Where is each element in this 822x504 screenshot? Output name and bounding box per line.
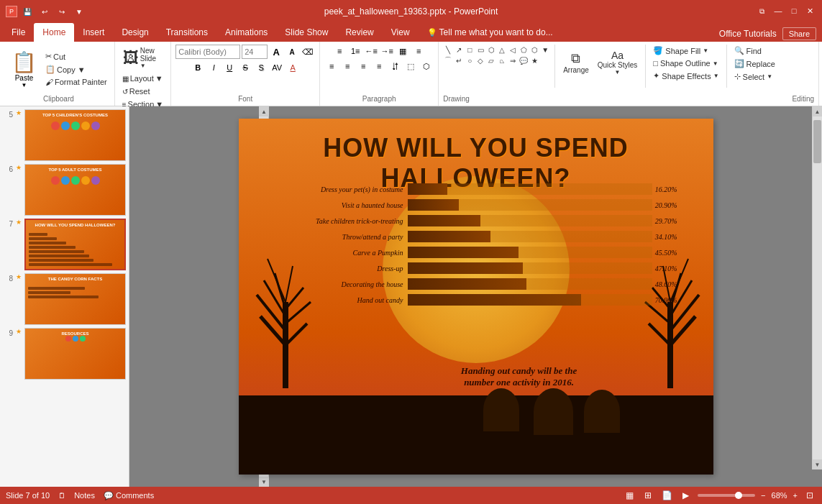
zoom-in-button[interactable]: + xyxy=(793,491,798,500)
italic-button[interactable]: I xyxy=(206,61,221,74)
replace-button[interactable]: 🔄 Replace xyxy=(731,58,778,70)
shape-fill-button[interactable]: 🪣 Shape Fill ▼ xyxy=(650,45,721,57)
slideshow-button[interactable]: ▶ xyxy=(679,489,692,502)
bold-button[interactable]: B xyxy=(191,61,205,74)
underline-button[interactable]: U xyxy=(222,61,237,74)
shape-line[interactable]: ╲ xyxy=(443,45,453,55)
tab-slideshow[interactable]: Slide Show xyxy=(276,23,337,42)
shape-oval[interactable]: ○ xyxy=(465,55,475,65)
slide-canvas[interactable]: HOW WILL YOU SPEND HALLOWEEN? Dress your… xyxy=(239,119,713,475)
shape-rect[interactable]: □ xyxy=(465,45,475,55)
justify-button[interactable]: ≡ xyxy=(372,60,386,73)
strikethrough-button[interactable]: S xyxy=(238,61,252,74)
shape-diamond[interactable]: ◇ xyxy=(475,55,485,65)
shape-pentagon[interactable]: ⬠ xyxy=(519,45,529,55)
decrease-font-button[interactable]: A xyxy=(285,45,299,58)
font-name-input[interactable] xyxy=(175,45,240,59)
scroll-down-arrow[interactable]: ▼ xyxy=(259,477,269,487)
slide-sorter-button[interactable]: ⊞ xyxy=(641,489,654,502)
customize-qat-button[interactable]: ▼ xyxy=(72,4,86,19)
font-color-button[interactable]: A xyxy=(286,61,300,74)
char-spacing-button[interactable]: AV xyxy=(270,61,284,74)
increase-font-button[interactable]: A xyxy=(269,45,283,58)
tab-home[interactable]: Home xyxy=(34,23,74,42)
reading-view-button[interactable]: 📄 xyxy=(660,489,673,502)
layout-button[interactable]: ▦ Layout ▼ xyxy=(119,73,166,84)
slide-thumb-7[interactable]: 7 ★ HOW WILL YOU SPEND HALLOWEEN? xyxy=(3,219,126,270)
clear-format-button[interactable]: ⌫ xyxy=(301,45,315,58)
paste-button[interactable]: 📋 Paste ▼ xyxy=(7,49,41,90)
tab-review[interactable]: Review xyxy=(337,23,382,42)
tab-file[interactable]: File xyxy=(3,23,34,42)
new-slide-button[interactable]: 🖼 NewSlide▼ xyxy=(119,45,160,71)
reset-button[interactable]: ↺ Reset xyxy=(119,86,153,97)
columns-button[interactable]: ▦ xyxy=(396,45,410,58)
vscroll-up-arrow[interactable]: ▲ xyxy=(813,106,823,116)
increase-indent-button[interactable]: →≡ xyxy=(380,45,394,58)
shape-effects-button[interactable]: ✦ Shape Effects ▼ xyxy=(650,70,721,82)
redo-button[interactable]: ↪ xyxy=(55,4,69,19)
tab-transitions[interactable]: Transitions xyxy=(157,23,216,42)
shape-rounded[interactable]: ▭ xyxy=(475,45,485,55)
shape-star[interactable]: ★ xyxy=(529,55,539,65)
text-direction-button[interactable]: ⮃ xyxy=(388,60,402,73)
font-size-input[interactable] xyxy=(242,45,268,59)
shape-rarrow[interactable]: ⇒ xyxy=(508,55,518,65)
shape-snip[interactable]: ⬡ xyxy=(486,45,496,55)
comments-label[interactable]: 💬 Comments xyxy=(104,491,154,500)
save-button[interactable]: 💾 xyxy=(20,4,35,19)
fit-window-button[interactable]: ⊡ xyxy=(803,489,816,502)
scroll-up-arrow[interactable]: ▲ xyxy=(259,106,269,116)
decrease-indent-button[interactable]: ←≡ xyxy=(364,45,378,58)
shape-curve[interactable]: ⌒ xyxy=(443,55,453,65)
vscroll-thumb[interactable] xyxy=(813,120,821,163)
copy-button[interactable]: 📋 Copy ▼ xyxy=(42,63,110,75)
tab-design[interactable]: Design xyxy=(113,23,157,42)
shape-hex[interactable]: ⬡ xyxy=(529,45,539,55)
align-left-button[interactable]: ≡ xyxy=(324,60,339,73)
slide-thumb-8[interactable]: 8 ★ THE CANDY CORN FACTS xyxy=(3,273,126,325)
tab-tellme[interactable]: 💡 Tell me what you want to do... xyxy=(419,23,562,42)
office-tutorials-link[interactable]: Office Tutorials xyxy=(719,29,777,39)
cut-button[interactable]: ✂ Cut xyxy=(42,50,110,63)
restore-button[interactable]: ⧉ xyxy=(754,4,769,19)
shape-arrow[interactable]: ↗ xyxy=(454,45,464,55)
zoom-out-button[interactable]: − xyxy=(761,491,765,500)
slide-thumb-5[interactable]: 5 ★ TOP 5 CHILDREN'S COSTUMES xyxy=(3,109,126,161)
numbering-button[interactable]: 1≡ xyxy=(348,45,362,58)
minimize-button[interactable]: — xyxy=(772,4,785,17)
zoom-thumb[interactable] xyxy=(735,492,742,499)
format-painter-button[interactable]: 🖌 Format Painter xyxy=(42,76,110,88)
quick-styles-button[interactable]: Aa Quick Styles ▼ xyxy=(594,45,641,81)
shape-parallelogram[interactable]: ▱ xyxy=(486,55,496,65)
right-scrollbar[interactable]: ▲ ▼ xyxy=(812,106,822,469)
tab-view[interactable]: View xyxy=(383,23,419,42)
shape-callout[interactable]: 💬 xyxy=(519,55,529,65)
vscroll-down-arrow[interactable]: ▼ xyxy=(813,459,823,469)
select-button[interactable]: ⊹ Select ▼ xyxy=(731,70,778,83)
shape-outline-button[interactable]: □ Shape Outline ▼ xyxy=(650,58,721,69)
bullets-button[interactable]: ≡ xyxy=(332,45,347,58)
vertical-align-button[interactable]: ⬚ xyxy=(403,60,418,73)
close-button[interactable]: ✕ xyxy=(803,4,816,17)
slide-thumb-9[interactable]: 9 ★ RESOURCES xyxy=(3,328,126,380)
notes-label[interactable]: Notes xyxy=(74,491,95,500)
shadow-button[interactable]: S xyxy=(254,61,268,74)
normal-view-button[interactable]: ▦ xyxy=(623,489,636,502)
find-button[interactable]: 🔍 Find xyxy=(731,45,778,57)
add-remove-cols-button[interactable]: ≡ xyxy=(411,45,426,58)
share-button[interactable]: Share xyxy=(782,27,816,40)
tab-animations[interactable]: Animations xyxy=(216,23,276,42)
zoom-slider[interactable] xyxy=(698,494,755,497)
align-right-button[interactable]: ≡ xyxy=(356,60,370,73)
tab-insert[interactable]: Insert xyxy=(74,23,113,42)
slide-panel[interactable]: 5 ★ TOP 5 CHILDREN'S COSTUMES 6 ★ TOP 5 … xyxy=(0,106,129,487)
shape-elbow[interactable]: ↵ xyxy=(454,55,464,65)
shape-trapezoid[interactable]: ⏢ xyxy=(497,55,507,65)
undo-button[interactable]: ↩ xyxy=(37,4,52,19)
shape-triangle[interactable]: △ xyxy=(497,45,507,55)
align-center-button[interactable]: ≡ xyxy=(340,60,355,73)
shape-more[interactable]: ▼ xyxy=(540,45,550,55)
smartart-button[interactable]: ⬡ xyxy=(419,60,434,73)
shape-rtriangle[interactable]: ◁ xyxy=(508,45,518,55)
